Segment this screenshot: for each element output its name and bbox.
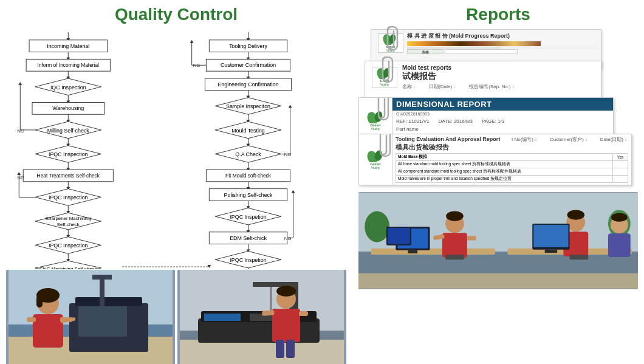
- svg-rect-168: [388, 228, 410, 244]
- svg-rect-139: [270, 287, 272, 314]
- report-card-tooling: Green Vitality Tooling Evaluation And Ap…: [358, 134, 632, 185]
- photo-measurement-female: [6, 270, 175, 364]
- main-container: Quality Control Incoming Material Inform…: [0, 0, 644, 364]
- svg-rect-131: [36, 295, 43, 307]
- svg-text:Fit Mould soft-check: Fit Mould soft-check: [225, 173, 272, 179]
- svg-text:Warehousing: Warehousing: [52, 105, 84, 111]
- svg-rect-120: [75, 297, 142, 306]
- svg-rect-138: [253, 282, 298, 287]
- svg-rect-121: [100, 276, 104, 306]
- paperclip-icon-3: [374, 97, 389, 125]
- svg-rect-126: [33, 314, 63, 348]
- svg-rect-141: [204, 314, 241, 321]
- svg-rect-184: [445, 255, 464, 259]
- svg-rect-162: [371, 249, 495, 255]
- svg-rect-185: [570, 255, 589, 259]
- svg-text:IPQC Inspetion: IPQC Inspetion: [230, 214, 266, 220]
- svg-marker-39: [17, 172, 21, 175]
- svg-rect-173: [467, 236, 476, 240]
- svg-text:Sharpener Machining: Sharpener Machining: [46, 216, 91, 221]
- flowchart-svg: Incoming Material Inform of Incoming Mat…: [9, 29, 343, 269]
- flowchart-area: Incoming Material Inform of Incoming Mat…: [6, 29, 346, 266]
- svg-text:Heat Treatments Self-check: Heat Treatments Self-check: [37, 173, 100, 179]
- svg-point-144: [276, 286, 296, 297]
- svg-marker-64: [190, 40, 194, 43]
- report1-content: 模 具 进 度 报 告 (Mold Progress Report) 表格: [407, 32, 597, 54]
- reports-title: Reports: [358, 5, 638, 24]
- photo-measurement-male: [177, 270, 346, 364]
- paperclip-icon-2: [379, 54, 394, 88]
- svg-marker-23: [18, 82, 22, 85]
- svg-text:Customer Confirmation: Customer Confirmation: [221, 62, 276, 68]
- svg-rect-178: [533, 225, 568, 247]
- svg-rect-122: [92, 275, 112, 280]
- svg-text:IPQC Inspetion: IPQC Inspetion: [230, 257, 266, 263]
- svg-rect-147: [299, 311, 308, 316]
- svg-text:Incoming Material: Incoming Material: [47, 43, 89, 49]
- svg-text:IPQC Inspection: IPQC Inspection: [49, 242, 88, 249]
- svg-text:IPQC Inspection: IPQC Inspection: [49, 151, 88, 157]
- quality-control-title: Quality Control: [6, 5, 346, 24]
- photo-workers-computer: [358, 192, 638, 289]
- svg-text:Q.A Check: Q.A Check: [235, 151, 261, 157]
- svg-rect-182: [608, 233, 631, 257]
- svg-text:EDM Selt-chick: EDM Selt-chick: [230, 235, 267, 241]
- svg-rect-148: [276, 340, 284, 358]
- report4-content: Tooling Evaluation And Approval Report I…: [392, 134, 631, 185]
- svg-rect-124: [78, 306, 127, 337]
- svg-rect-183: [358, 273, 638, 289]
- paperclip-icon-4: [376, 134, 391, 162]
- svg-rect-179: [545, 250, 557, 253]
- svg-text:CNC Machining Self-check: CNC Machining Self-check: [39, 266, 97, 269]
- svg-text:Inform of Incoming Material: Inform of Incoming Material: [38, 62, 100, 68]
- left-section: Quality Control Incoming Material Inform…: [0, 0, 352, 364]
- svg-rect-149: [286, 340, 295, 358]
- right-section: Reports Green Vitality: [352, 0, 644, 364]
- svg-text:Sample Inspeciton: Sample Inspeciton: [226, 103, 270, 109]
- svg-text:Self-check: Self-check: [57, 222, 80, 227]
- svg-text:Tooling Delivery: Tooling Delivery: [229, 43, 267, 49]
- reports-area: Green Vitality 模 具 进 度 报 告 (Mold Progres…: [358, 29, 638, 187]
- svg-text:Engineering Confirmation: Engineering Confirmation: [218, 81, 278, 88]
- svg-text:Milling Self-check: Milling Self-check: [47, 128, 90, 134]
- svg-rect-127: [27, 317, 36, 322]
- svg-point-170: [446, 211, 464, 221]
- svg-text:Polishing Self-check: Polishing Self-check: [224, 192, 273, 198]
- svg-marker-104: [292, 190, 295, 193]
- svg-text:IPQC Inspection: IPQC Inspection: [49, 194, 88, 201]
- svg-text:Mould Testing: Mould Testing: [231, 128, 265, 134]
- svg-rect-166: [408, 250, 417, 253]
- svg-marker-84: [289, 105, 292, 108]
- svg-rect-145: [272, 309, 300, 342]
- paperclip-icon-1: [383, 24, 399, 54]
- svg-point-175: [567, 210, 584, 219]
- photos-bottom: [6, 270, 346, 364]
- svg-text:NG: NG: [17, 175, 24, 180]
- report2-content: Mold test reports 试模报告 名称： 日期(Date)： 报告编…: [402, 64, 516, 90]
- svg-rect-171: [442, 233, 467, 258]
- svg-point-160: [365, 211, 389, 242]
- svg-text:IQC Inspection: IQC Inspection: [50, 84, 86, 91]
- svg-rect-134: [180, 340, 344, 364]
- svg-text:NG: NG: [17, 128, 24, 134]
- svg-point-181: [611, 213, 628, 222]
